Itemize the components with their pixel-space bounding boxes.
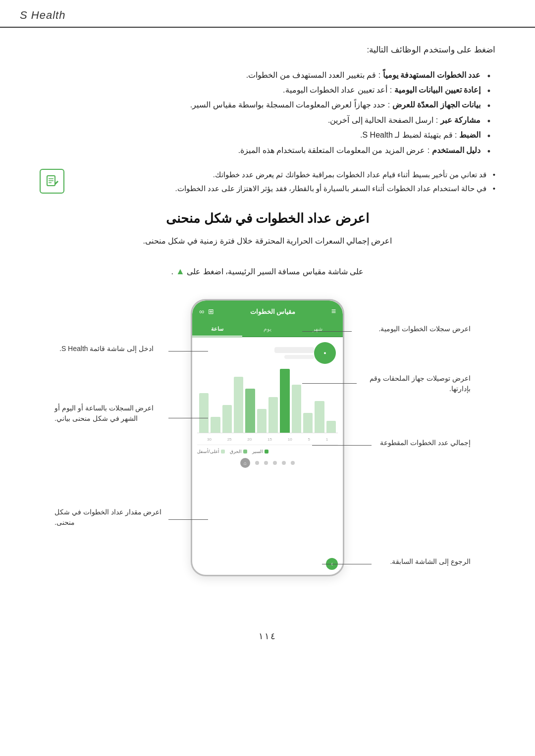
legend-label-walk: السير	[252, 449, 263, 454]
main-content: اضغط على واستخدم الوظائف التالية: عدد ال…	[0, 28, 535, 621]
grid-icon: ⊞	[208, 307, 214, 315]
nav-dot	[273, 461, 277, 465]
bar-item	[257, 409, 267, 433]
bar-item	[315, 401, 324, 433]
legend-label-burn: الحرق	[230, 449, 242, 454]
bar-item	[222, 405, 232, 433]
feature-label: دليل المستخدم	[432, 146, 481, 154]
annotation-line-1	[302, 331, 352, 332]
feature-desc: : حدد جهازاً لعرض المعلومات المسجلة بواس…	[190, 101, 390, 109]
chart-xlabel: 30	[207, 437, 212, 442]
home-icon: ⌂	[244, 460, 247, 466]
annotation-text: الرجوع إلى الشاشة السابقة.	[390, 557, 471, 565]
annotation-line-4	[168, 418, 208, 418]
phone-screen: ≡ مقياس الخطوات ⊞ ∞ شهر يوم ساعة ●	[192, 301, 343, 575]
annotation-text: إجمالي عدد الخطوات المقطوعة	[380, 439, 471, 447]
feature-label: الضبط	[459, 131, 481, 139]
link-icon: ∞	[199, 307, 204, 315]
bar-item	[292, 385, 301, 433]
legend-item-updown: أعلى/أسفل	[197, 449, 225, 454]
feature-desc: : أعد تعيين عداد الخطوات اليومية.	[283, 86, 392, 94]
feature-desc: : ارسل الصفحة الحالية إلى آخرين.	[328, 116, 438, 124]
list-item: بيانات الجهاز المعدّة للعرض : حدد جهازاً…	[40, 98, 495, 112]
annotation-line-3	[168, 351, 208, 352]
tab-hour[interactable]: ساعة	[192, 322, 242, 337]
nav-dot	[291, 461, 295, 465]
nav-dot	[264, 461, 268, 465]
chart-xlabel: 5	[308, 437, 310, 442]
arrow-icon: ▲	[173, 266, 185, 276]
chart-container: 151015202530	[192, 364, 343, 445]
chart-xlabel: 20	[247, 437, 252, 442]
feature-desc: : قم بتغيير العدد المستهدف من الخطوات.	[246, 71, 381, 79]
section-subtext-2: على شاشة مقياس مسافة السير الرئيسية، اضغ…	[40, 263, 495, 279]
feature-label: عدد الخطوات المستهدفة يومياً	[383, 71, 481, 79]
chart-xlabel: 1	[326, 437, 328, 442]
bar-item	[326, 421, 336, 433]
section-subtext-1: اعرض إجمالي السعرات الحرارية المحترقة خل…	[40, 234, 495, 249]
annotation-line-6	[168, 519, 208, 520]
phone-menu-icon: ≡	[331, 307, 336, 316]
feature-desc: : قم بتهيئة لضبط لـ S Health.	[360, 131, 457, 139]
intro-instruction: اضغط على واستخدم الوظائف التالية:	[40, 43, 495, 58]
phone-topbar: ≡ مقياس الخطوات ⊞ ∞	[192, 301, 343, 322]
steps-summary: ●	[192, 337, 343, 364]
legend-label-updown: أعلى/أسفل	[197, 449, 219, 454]
note-text: • قد تعاني من تأخير بسيط أثناء قيام عداد…	[74, 168, 495, 196]
page-header: S Health	[0, 0, 535, 28]
annotation-total-steps: إجمالي عدد الخطوات المقطوعة	[380, 438, 471, 448]
section-heading: اعرض عداد الخطوات في شكل منحنى	[40, 211, 495, 226]
annotation-text: اعرض السجلات بالساعة أو اليوم أو الشهر ف…	[54, 404, 154, 422]
circle-indicator: ●	[314, 342, 336, 364]
bar-item	[199, 393, 209, 433]
bar-item	[280, 369, 289, 433]
feature-desc: : عرض المزيد من المعلومات المتعلقة باستخ…	[238, 146, 429, 154]
list-item: عدد الخطوات المستهدفة يومياً : قم بتغيير…	[40, 68, 495, 83]
feature-label: إعادة تعيين البيانات اليومية	[394, 86, 481, 94]
annotation-curve: اعرض مقدار عداد الخطوات في شكل منحنى.	[54, 507, 168, 528]
tab-day[interactable]: يوم	[242, 322, 292, 337]
nav-dot	[282, 461, 286, 465]
phone-topbar-title: مقياس الخطوات	[250, 308, 296, 315]
annotation-view-daily: اعرض سجلات الخطوات اليومية.	[378, 324, 471, 334]
home-button[interactable]: ⌂	[240, 458, 250, 468]
feature-list: عدد الخطوات المستهدفة يومياً : قم بتغيير…	[40, 68, 495, 158]
page-number: ١١٤	[0, 621, 535, 647]
annotation-accessories: اعرض توصيلات جهاز الملحقات وقم بإدارتها.	[357, 373, 471, 394]
pencil-icon	[45, 174, 59, 189]
annotation-line-2	[302, 383, 357, 384]
legend-color-walk	[265, 450, 268, 454]
note-item: • قد تعاني من تأخير بسيط أثناء قيام عداد…	[74, 168, 495, 182]
annotation-go-back: الرجوع إلى الشاشة السابقة.	[390, 556, 471, 567]
steps-info	[199, 347, 314, 359]
legend-item-walk: السير	[252, 449, 268, 454]
bar-chart	[197, 369, 338, 433]
note-icon	[40, 169, 64, 194]
annotation-go-shealth: ادخل إلى شاشة قائمة S Health.	[59, 344, 154, 354]
bar-item	[303, 413, 313, 433]
note-section: • قد تعاني من تأخير بسيط أثناء قيام عداد…	[40, 168, 495, 196]
annotation-text: اعرض مقدار عداد الخطوات في شكل منحنى.	[54, 508, 161, 526]
tab-month[interactable]: شهر	[293, 322, 343, 337]
bar-item	[245, 389, 255, 433]
note-item: • في حالة استخدام عداد الخطوات أثناء الس…	[74, 182, 495, 196]
annotation-text: ادخل إلى شاشة قائمة S Health.	[59, 345, 154, 353]
list-item: الضبط : قم بتهيئة لضبط لـ S Health.	[40, 128, 495, 143]
legend-item-burn: الحرق	[230, 449, 247, 454]
legend-color-burn	[243, 450, 247, 454]
phone-bottom-legend: السير الحرق أعلى/أسفل	[192, 447, 343, 456]
phone-tabbar[interactable]: شهر يوم ساعة	[192, 322, 343, 337]
steps-sublabel	[284, 355, 314, 359]
nav-dot	[255, 461, 259, 465]
annotation-text: اعرض توصيلات جهاز الملحقات وقم بإدارتها.	[370, 374, 471, 393]
annotation-text: اعرض سجلات الخطوات اليومية.	[378, 325, 471, 333]
feature-label: بيانات الجهاز المعدّة للعرض	[392, 101, 481, 109]
feature-label: مشاركة عبر	[440, 116, 481, 124]
phone-topbar-icons: ⊞ ∞	[199, 307, 214, 315]
chart-xlabels: 151015202530	[197, 437, 338, 442]
list-item: مشاركة عبر : ارسل الصفحة الحالية إلى آخر…	[40, 113, 495, 128]
annotation-records: اعرض السجلات بالساعة أو اليوم أو الشهر ف…	[54, 403, 168, 424]
chart-xlabel: 25	[227, 437, 232, 442]
phone-mockup: ≡ مقياس الخطوات ⊞ ∞ شهر يوم ساعة ●	[191, 299, 344, 576]
annotation-line-7	[322, 564, 372, 564]
